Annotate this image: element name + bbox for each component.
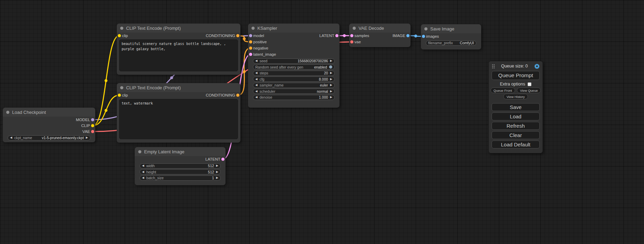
collapse-dot-icon[interactable] xyxy=(353,27,356,30)
latent-output-port[interactable] xyxy=(335,34,338,37)
queue-menu-panel: Queue size: 0 Queue Prompt Extra options… xyxy=(488,61,543,153)
batch-size-widget[interactable]: ◀ batch_size 1 ▶ xyxy=(140,175,221,181)
increment-arrow-icon[interactable]: ▶ xyxy=(330,60,332,62)
drag-handle-icon[interactable] xyxy=(492,64,495,69)
node-title-bar[interactable]: Save Image xyxy=(421,24,481,33)
prev-value-arrow-icon[interactable]: ◀ xyxy=(255,84,257,87)
next-value-arrow-icon[interactable]: ▶ xyxy=(86,136,88,139)
output-slot-vae: VAE xyxy=(3,128,95,134)
increment-arrow-icon[interactable]: ▶ xyxy=(330,78,332,81)
next-value-arrow-icon[interactable]: ▶ xyxy=(330,84,332,87)
image-output-port[interactable] xyxy=(406,34,409,37)
link-midpoint-dot xyxy=(105,109,107,112)
increment-arrow-icon[interactable]: ▶ xyxy=(330,72,332,74)
graph-canvas[interactable]: Load Checkpoint MODEL CLIP VAE ◀ ckpt_na… xyxy=(0,0,644,244)
view-history-button[interactable]: View History xyxy=(503,94,528,99)
decrement-arrow-icon[interactable]: ◀ xyxy=(255,96,257,99)
link-midpoint-dot xyxy=(414,35,417,37)
node-title-bar[interactable]: VAE Decode xyxy=(349,24,411,33)
node-title-bar[interactable]: CLIP Text Encode (Prompt) xyxy=(117,83,240,92)
queue-prompt-button[interactable]: Queue Prompt xyxy=(492,71,540,80)
model-output-port[interactable] xyxy=(91,118,94,121)
width-widget[interactable]: ◀ width 512 ▶ xyxy=(140,163,221,169)
conditioning-output-port[interactable] xyxy=(236,94,239,97)
collapse-dot-icon[interactable] xyxy=(252,27,255,30)
cfg-widget[interactable]: ◀ cfg 8.000 ▶ xyxy=(253,76,335,82)
increment-arrow-icon[interactable]: ▶ xyxy=(216,177,218,179)
node-save-image[interactable]: Save Image images filename_prefix ComfyU… xyxy=(421,24,481,49)
samples-input-port[interactable] xyxy=(350,34,353,37)
latent-output-port[interactable] xyxy=(221,158,224,161)
link-midpoint-dot xyxy=(243,37,246,40)
decrement-arrow-icon[interactable]: ◀ xyxy=(142,177,144,179)
model-input-port[interactable] xyxy=(249,34,252,37)
scheduler-widget[interactable]: ◀ scheduler normal ▶ xyxy=(253,89,335,94)
load-default-button[interactable]: Load Default xyxy=(492,141,540,148)
decrement-arrow-icon[interactable]: ◀ xyxy=(142,164,144,167)
denoise-widget[interactable]: ◀ denoise 1.000 ▶ xyxy=(253,95,335,100)
height-widget[interactable]: ◀ height 512 ▶ xyxy=(140,169,221,174)
node-clip-text-encode-negative[interactable]: CLIP Text Encode (Prompt) clip CONDITION… xyxy=(117,83,240,143)
steps-widget[interactable]: ◀ steps 20 ▶ xyxy=(253,71,335,76)
increment-arrow-icon[interactable]: ▶ xyxy=(216,164,218,167)
images-input-port[interactable] xyxy=(422,35,425,38)
output-slot-model: MODEL xyxy=(3,117,95,123)
ckpt-name-widget[interactable]: ◀ ckpt_name v1-5-pruned-emaonly.ckpt ▶ xyxy=(8,135,90,141)
view-queue-button[interactable]: View Queue xyxy=(517,88,541,93)
extra-options-checkbox[interactable] xyxy=(528,82,531,86)
save-button[interactable]: Save xyxy=(492,103,540,111)
clear-button[interactable]: Clear xyxy=(492,131,540,139)
node-ksampler[interactable]: KSampler model LATENT positive negative … xyxy=(248,24,339,108)
collapse-dot-icon[interactable] xyxy=(138,150,141,153)
increment-arrow-icon[interactable]: ▶ xyxy=(216,171,218,173)
history-button-row: View History xyxy=(489,94,542,99)
node-title-bar[interactable]: Empty Latent Image xyxy=(135,147,226,156)
queue-size-label: Queue size: 0 xyxy=(496,64,532,69)
latent-image-input-port[interactable] xyxy=(249,53,252,56)
output-slot-latent: LATENT xyxy=(135,156,226,162)
settings-gear-icon[interactable] xyxy=(534,63,540,69)
negative-input-port[interactable] xyxy=(249,47,252,50)
collapse-dot-icon[interactable] xyxy=(6,111,9,114)
clip-output-port[interactable] xyxy=(91,124,94,127)
input-slot-latent-image: latent_image xyxy=(248,51,339,57)
sampler-name-widget[interactable]: ◀ sampler_name euler ▶ xyxy=(253,83,335,88)
collapse-dot-icon[interactable] xyxy=(120,86,123,89)
node-title-bar[interactable]: CLIP Text Encode (Prompt) xyxy=(117,24,240,33)
node-load-checkpoint[interactable]: Load Checkpoint MODEL CLIP VAE ◀ ckpt_na… xyxy=(3,108,95,142)
slot-row-samples-image: samples IMAGE xyxy=(349,33,411,39)
filename-prefix-widget[interactable]: filename_prefix ComfyUI xyxy=(426,40,476,46)
slot-row-clip-conditioning: clip CONDITIONING xyxy=(117,33,240,39)
conditioning-output-port[interactable] xyxy=(236,34,239,37)
random-seed-toggle-widget[interactable]: Random seed after every gen enabled xyxy=(253,64,335,70)
positive-input-port[interactable] xyxy=(249,40,252,44)
vae-input-port[interactable] xyxy=(350,40,353,44)
clip-input-port[interactable] xyxy=(118,34,121,37)
collapse-dot-icon[interactable] xyxy=(424,27,427,30)
increment-arrow-icon[interactable]: ▶ xyxy=(330,96,332,99)
toggle-on-indicator-icon[interactable] xyxy=(329,65,332,69)
queue-front-button[interactable]: Queue Front xyxy=(491,88,515,93)
node-vae-decode[interactable]: VAE Decode samples IMAGE vae xyxy=(349,24,411,47)
node-title-bar[interactable]: Load Checkpoint xyxy=(3,108,95,117)
refresh-button[interactable]: Refresh xyxy=(492,122,540,130)
node-title-bar[interactable]: KSampler xyxy=(248,24,339,33)
negative-prompt-textarea[interactable]: text, watermark xyxy=(119,99,238,139)
decrement-arrow-icon[interactable]: ◀ xyxy=(255,78,257,81)
load-button[interactable]: Load xyxy=(492,112,540,120)
prev-value-arrow-icon[interactable]: ◀ xyxy=(10,136,12,139)
clip-input-port[interactable] xyxy=(118,94,121,97)
decrement-arrow-icon[interactable]: ◀ xyxy=(142,171,144,173)
collapse-dot-icon[interactable] xyxy=(120,27,123,30)
decrement-arrow-icon[interactable]: ◀ xyxy=(255,60,257,62)
decrement-arrow-icon[interactable]: ◀ xyxy=(255,72,257,74)
node-clip-text-encode-positive[interactable]: CLIP Text Encode (Prompt) clip CONDITION… xyxy=(117,24,240,75)
node-empty-latent-image[interactable]: Empty Latent Image LATENT ◀ width 512 ▶ … xyxy=(135,147,226,185)
node-title: Empty Latent Image xyxy=(144,149,184,154)
prev-value-arrow-icon[interactable]: ◀ xyxy=(255,90,257,93)
next-value-arrow-icon[interactable]: ▶ xyxy=(330,90,332,93)
vae-output-port[interactable] xyxy=(91,130,94,133)
positive-prompt-textarea[interactable]: beautiful scenery nature glass bottle la… xyxy=(119,39,238,71)
link-midpoint-dot xyxy=(343,34,346,37)
seed-widget[interactable]: ◀ seed 156680208700286 ▶ xyxy=(253,58,335,64)
